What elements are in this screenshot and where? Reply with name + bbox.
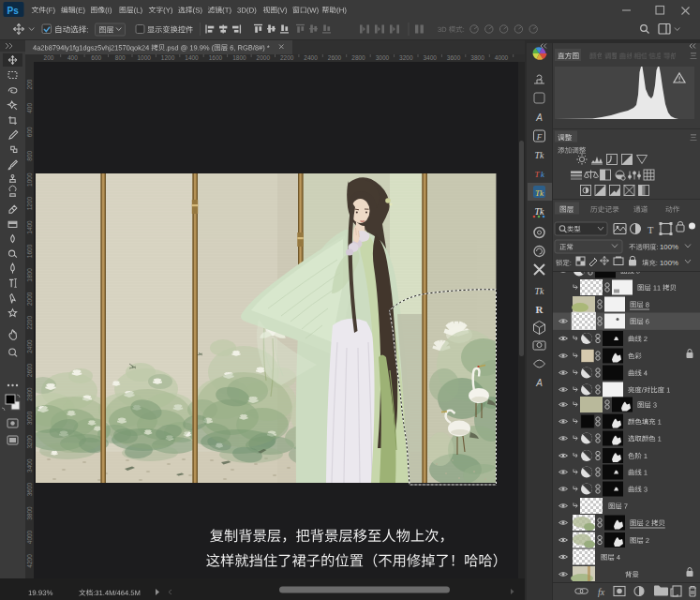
svg-text:Tk: Tk [535,188,544,198]
svg-text:1600: 1600 [209,54,223,61]
svg-text:3400: 3400 [423,54,437,61]
svg-text:1400: 1400 [185,54,199,61]
svg-text:600: 600 [91,54,101,61]
svg-text:3600: 3600 [26,482,33,496]
svg-text:1000: 1000 [137,54,151,61]
svg-text:2800: 2800 [351,54,365,61]
svg-text:T: T [648,225,654,235]
svg-text:Ps: Ps [7,6,20,16]
svg-text:200: 200 [26,79,33,89]
svg-text:3600: 3600 [447,54,461,61]
svg-text:400: 400 [67,54,78,61]
svg-text:Tk: Tk [535,150,545,160]
svg-text:1200: 1200 [26,196,33,210]
svg-text:4000: 4000 [495,54,509,61]
svg-text:1800: 1800 [26,268,33,282]
svg-text:400: 400 [26,103,33,113]
svg-text:2200: 2200 [280,54,294,61]
svg-text:Tk: Tk [535,206,545,217]
svg-text:3800: 3800 [26,506,33,520]
svg-text:F: F [536,132,543,142]
svg-text:800: 800 [26,150,33,160]
svg-text:2600: 2600 [26,363,33,377]
svg-text:3000: 3000 [26,411,33,425]
svg-text:1000: 1000 [26,172,33,187]
svg-text:2400: 2400 [304,54,318,61]
svg-text:1400: 1400 [26,220,33,234]
svg-text:1800: 1800 [232,54,246,61]
svg-text:3200: 3200 [399,54,413,61]
svg-text:600: 600 [26,127,33,137]
svg-text:3200: 3200 [26,435,33,449]
svg-text:2400: 2400 [26,339,33,353]
svg-text:1200: 1200 [161,54,175,61]
svg-text:A: A [535,378,543,388]
svg-text:3400: 3400 [26,458,33,472]
svg-text:200: 200 [44,54,54,61]
svg-text:Tk: Tk [535,286,545,296]
svg-text:2600: 2600 [328,54,342,61]
svg-text:4000: 4000 [26,530,33,544]
svg-text:fx: fx [598,587,605,597]
svg-text:3800: 3800 [470,54,484,61]
svg-text:1600: 1600 [26,244,33,258]
svg-text:R: R [536,304,544,315]
svg-text:2800: 2800 [26,387,33,401]
svg-text:A: A [535,112,543,123]
svg-text:2000: 2000 [26,292,33,306]
svg-text:3000: 3000 [376,54,390,61]
svg-text:2200: 2200 [26,316,33,330]
svg-text:100%: 100% [660,259,678,267]
svg-text:100%: 100% [660,243,678,251]
svg-text:800: 800 [115,54,126,61]
svg-text:4200: 4200 [26,554,33,568]
svg-text:2000: 2000 [257,54,271,61]
